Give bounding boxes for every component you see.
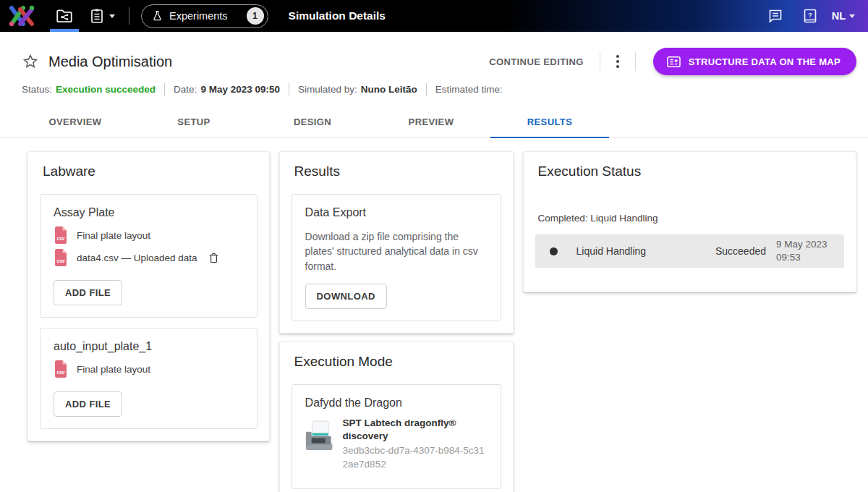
file-row-final-plate-layout[interactable]: csv Final plate layout (54, 360, 244, 378)
csv-file-icon: csv (54, 360, 68, 378)
protocols-nav-icon[interactable] (81, 0, 122, 32)
csv-file-icon: csv (54, 249, 68, 266)
results-card-title: Results (294, 164, 501, 179)
execution-status-row: Liquid Handling Succeeded 9 May 2023 09:… (535, 234, 844, 268)
results-card: Results Data Export Download a zip file … (279, 151, 514, 334)
plate-name: Assay Plate (54, 206, 244, 219)
date-label: Date: (174, 84, 197, 95)
header-divider (635, 52, 636, 71)
plate-name: auto_input_plate_1 (54, 340, 244, 353)
experiments-count-badge: 1 (247, 7, 264, 25)
workflows-nav-icon[interactable] (48, 0, 81, 32)
data-export-description: Download a zip file comprising the plate… (305, 229, 488, 273)
labware-card: Labware Assay Plate csv Final plate layo… (27, 151, 270, 441)
device-id: 3edb3cbc-dd7a-4307-b984-5c312ae7d852 (343, 444, 488, 470)
svg-text:?: ? (808, 12, 812, 19)
tab-results[interactable]: RESULTS (490, 106, 609, 137)
file-row-uploaded-data[interactable]: csv data4.csv — Uploaded data (54, 249, 244, 266)
page-title: Simulation Details (289, 9, 386, 22)
status-value: Execution succeeded (56, 84, 156, 95)
user-initials: NL (832, 10, 846, 22)
dragonfly-device-image (305, 417, 334, 454)
svg-text:csv: csv (57, 370, 65, 375)
structure-data-on-map-button[interactable]: STRUCTURE DATA ON THE MAP (653, 48, 856, 75)
simulation-meta: Status: Execution succeeded Date: 9 May … (17, 81, 856, 97)
header-divider (600, 52, 600, 71)
date-value: 9 May 2023 09:50 (200, 84, 280, 95)
status-dot-icon (550, 247, 558, 255)
device-model: SPT Labtech dragonfly® discovery (343, 417, 480, 443)
simulated-by-value: Nuno Leitão (361, 84, 417, 95)
simulation-title: Media Optimisation (48, 54, 172, 70)
flask-icon (151, 9, 163, 22)
data-export-card: Data Export Download a zip file comprisi… (292, 194, 501, 321)
help-icon[interactable]: ? (796, 1, 825, 30)
labware-card-title: Labware (43, 164, 258, 179)
active-nav-underline (50, 29, 79, 32)
file-row-final-plate-layout[interactable]: csv Final plate layout (54, 226, 244, 244)
device-card: Dafydd the Dragon SPT Labtech dragonfly®… (292, 384, 501, 489)
device-name: Dafydd the Dragon (305, 396, 488, 410)
status-row-timestamp: 9 May 2023 09:53 (776, 238, 834, 263)
continue-editing-button[interactable]: CONTINUE EDITING (482, 51, 591, 73)
tab-preview[interactable]: PREVIEW (372, 106, 490, 137)
details-tabbar: OVERVIEW SETUP DESIGN PREVIEW RESULTS (0, 106, 868, 138)
tab-overview[interactable]: OVERVIEW (16, 106, 135, 137)
csv-file-icon: csv (54, 226, 68, 244)
add-file-button[interactable]: ADD FILE (54, 391, 122, 417)
download-button[interactable]: DOWNLOAD (305, 284, 387, 309)
delete-file-trash-icon[interactable] (208, 251, 220, 265)
structured-data-icon (666, 56, 681, 68)
more-options-kebab-icon[interactable] (609, 51, 626, 72)
status-row-state: Succeeded (715, 245, 766, 257)
tab-setup[interactable]: SETUP (135, 106, 253, 137)
experiments-breadcrumb-pill[interactable]: Experiments 1 (141, 4, 268, 28)
svg-text:csv: csv (57, 236, 65, 241)
status-label: Status: (22, 84, 52, 95)
feedback-icon[interactable] (761, 1, 790, 30)
execution-mode-title: Execution Mode (294, 354, 501, 370)
simulated-by-label: Simulated by: (298, 84, 357, 95)
results-content: Labware Assay Plate csv Final plate layo… (0, 138, 868, 492)
execution-status-card: Execution Status Completed: Liquid Handl… (523, 151, 856, 292)
favorite-star-icon[interactable] (22, 53, 39, 70)
chevron-down-icon (109, 14, 115, 18)
auto-input-plate-card: auto_input_plate_1 csv Final plate layou… (40, 328, 258, 429)
assay-plate-card: Assay Plate csv Final plate layout csv (40, 194, 258, 318)
estimated-time-label: Estimated time: (435, 84, 503, 95)
topbar-divider (129, 7, 129, 25)
execution-status-title: Execution Status (538, 164, 844, 179)
tab-design[interactable]: DESIGN (253, 106, 372, 137)
experiments-label: Experiments (169, 10, 228, 22)
execution-mode-card: Execution Mode Dafydd the Dragon SPT Lab… (279, 342, 514, 492)
simulation-header: Media Optimisation CONTINUE EDITING STRU… (0, 32, 868, 97)
add-file-button[interactable]: ADD FILE (54, 280, 122, 305)
svg-text:csv: csv (57, 258, 65, 263)
user-menu[interactable]: NL (832, 10, 855, 22)
top-app-bar: Experiments 1 Simulation Details ? NL (0, 0, 868, 32)
data-export-title: Data Export (305, 206, 488, 219)
chevron-down-icon (849, 14, 855, 18)
status-row-name: Liquid Handling (576, 245, 715, 257)
completed-summary: Completed: Liquid Handling (538, 213, 844, 224)
synthace-logo-icon[interactable] (7, 4, 36, 28)
